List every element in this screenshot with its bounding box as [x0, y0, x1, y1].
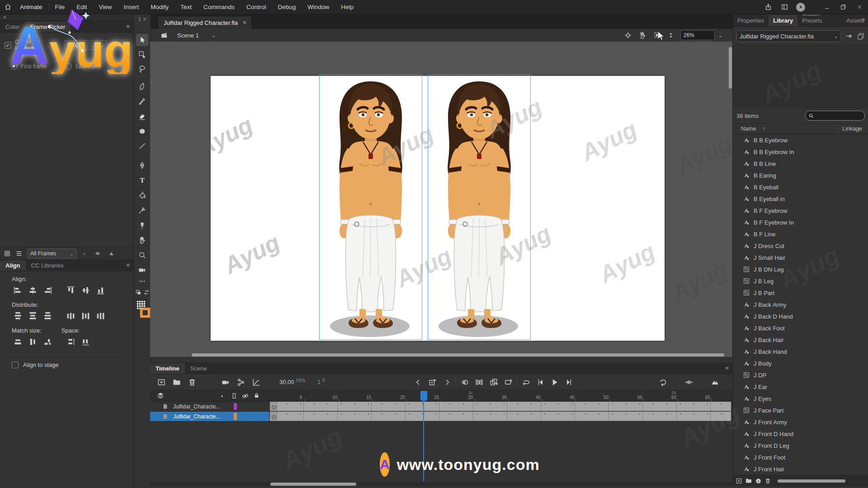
reset-colors-icon[interactable] [143, 289, 150, 296]
copy-panel-icon[interactable] [122, 42, 129, 49]
close-button[interactable] [853, 0, 866, 14]
add-camera-button[interactable] [219, 376, 232, 388]
library-item[interactable]: J Dress Cut [733, 240, 868, 252]
distribute-top-button[interactable] [12, 310, 24, 322]
tab-color[interactable]: Color [0, 22, 25, 32]
quick-share-play-button[interactable] [794, 0, 807, 14]
library-item[interactable]: J Front Army [733, 416, 868, 428]
layer-parenting-button[interactable] [234, 376, 248, 388]
new-layer-button[interactable] [155, 376, 168, 388]
delete-layer-button[interactable] [185, 376, 199, 388]
match-height-button[interactable] [27, 336, 39, 347]
thumb-size-slider[interactable] [92, 250, 104, 257]
panel-menu-icon[interactable]: ≡ [126, 23, 130, 30]
library-item[interactable]: J B Leg [733, 275, 868, 287]
timeline-horizontal-scrollbar[interactable] [270, 483, 356, 486]
thumb-size-small-icon[interactable] [81, 251, 87, 257]
workspace-icon[interactable] [778, 0, 791, 14]
camera-tool[interactable] [136, 264, 148, 276]
step-forward-button[interactable] [562, 376, 576, 388]
create-keyframe-checkbox[interactable]: ✓ [5, 42, 11, 49]
library-item[interactable]: J Eyes [733, 393, 868, 404]
pen-tool[interactable] [136, 160, 148, 172]
delete-item-button[interactable] [764, 478, 771, 484]
lasso-tool[interactable] [136, 63, 148, 75]
loop-dropdown[interactable]: Loop⌄ [64, 40, 107, 50]
fill-color-swatch[interactable] [139, 307, 151, 319]
paint-bucket-tool[interactable] [136, 189, 148, 202]
collapse-panel-icon[interactable]: « [3, 14, 6, 20]
swap-colors-icon[interactable] [135, 289, 142, 296]
library-item[interactable]: J Front D Leg [733, 440, 868, 451]
menu-commands[interactable]: Commands [198, 0, 241, 14]
library-item[interactable]: J Face Part [733, 404, 868, 416]
menu-modify[interactable]: Modify [145, 0, 175, 14]
align-top-button[interactable] [65, 284, 77, 296]
minimize-button[interactable] [820, 0, 834, 14]
list-view-icon[interactable] [15, 250, 23, 257]
distribute-center-horizontal-button[interactable] [80, 310, 92, 322]
menu-window[interactable]: Window [302, 0, 335, 14]
library-document-select[interactable]: Julfidar Rigged Character.fla ⌄ [736, 30, 841, 42]
clip-content-icon[interactable] [653, 31, 661, 39]
frames-filter-dropdown[interactable]: All Frames⌄ [27, 249, 77, 258]
scene-name[interactable]: Scene 1 [177, 32, 199, 39]
play-button[interactable] [548, 376, 561, 388]
library-menu-icon[interactable]: ≡ [861, 16, 865, 23]
previous-keyframe-button[interactable] [411, 376, 425, 388]
tab-timeline[interactable]: Timeline [150, 363, 185, 374]
zoom-tool[interactable] [136, 249, 148, 261]
onion-skin-button[interactable] [458, 376, 472, 388]
restore-button[interactable] [836, 0, 850, 14]
library-item[interactable]: B F Eyebrow In [733, 216, 868, 228]
first-frame-radio[interactable] [11, 63, 17, 70]
menu-file[interactable]: File [49, 0, 71, 14]
timeline-zoom-slider[interactable] [675, 376, 703, 388]
library-item[interactable]: J Small Hair [733, 252, 868, 263]
sort-ascending-icon[interactable]: ↑ [756, 126, 765, 132]
library-item[interactable]: J Back Hand [733, 346, 868, 357]
classic-brush-tool[interactable] [136, 95, 148, 108]
library-item[interactable]: J Front D Hand [733, 428, 868, 440]
pin-panel-icon[interactable] [111, 42, 118, 49]
visibility-column-icon[interactable] [241, 392, 249, 400]
more-tool[interactable] [136, 275, 148, 287]
align-bottom-button[interactable] [94, 284, 107, 296]
library-item[interactable]: J DP [733, 369, 868, 381]
menu-control[interactable]: Control [241, 0, 272, 14]
new-folder-button[interactable] [745, 477, 752, 484]
hand-tool[interactable] [136, 234, 148, 246]
menu-debug[interactable]: Debug [272, 0, 302, 14]
tab-cc-libraries[interactable]: CC Libraries [26, 260, 69, 271]
onion-skin-outlines-button[interactable] [472, 376, 486, 388]
fps-value[interactable]: 30.00 [279, 379, 294, 385]
library-search-box[interactable] [805, 111, 865, 121]
eyedropper-tool[interactable] [136, 204, 148, 216]
loop-playback-button[interactable] [519, 376, 533, 388]
library-horizontal-scrollbar[interactable] [778, 479, 845, 483]
library-search-input[interactable] [816, 112, 854, 119]
menu-help[interactable]: Help [335, 0, 359, 14]
match-width-button[interactable] [12, 336, 24, 347]
outline-column-icon[interactable] [231, 392, 238, 399]
zoom-stepper[interactable] [668, 31, 674, 39]
new-symbol-button[interactable] [736, 478, 742, 484]
next-keyframe-button[interactable] [440, 376, 454, 388]
match-width-height-button[interactable] [42, 336, 54, 347]
library-item[interactable]: J B Part [733, 287, 868, 299]
tween-graph-button[interactable] [250, 376, 263, 388]
library-item[interactable]: J Front Hair [733, 463, 868, 475]
rotate-tool-icon[interactable] [638, 31, 647, 40]
stage[interactable]: + + AyugAyugAyugAyugAyugAyugAyugAyugAyug… [150, 42, 732, 357]
reset-timeline-zoom-button[interactable] [656, 376, 670, 388]
toolbar-menu-icon[interactable]: ≡ [143, 16, 146, 22]
menu-view[interactable]: View [93, 0, 118, 14]
library-item[interactable]: J Back D Hand [733, 310, 868, 322]
highlight-column-icon[interactable] [220, 394, 224, 398]
library-item[interactable]: B Earing [733, 169, 868, 181]
free-transform-tool[interactable] [136, 48, 148, 61]
character-instance-2[interactable] [428, 75, 531, 340]
stage-horizontal-scrollbar[interactable] [192, 353, 724, 357]
insert-keyframe-button[interactable] [426, 376, 439, 388]
home-icon[interactable] [0, 3, 15, 11]
